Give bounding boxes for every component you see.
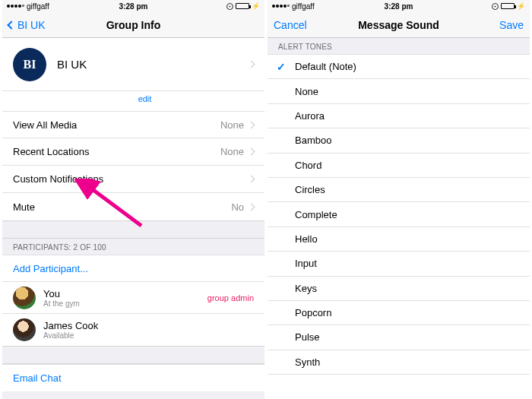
cancel-label: Cancel [274,19,307,31]
section-gap [2,220,264,239]
row-value: No [231,201,244,213]
participant-status: At the gym [43,299,80,308]
tone-row[interactable]: Input [268,252,530,276]
participant-row[interactable]: James Cook Available [2,314,264,346]
participant-avatar [13,287,36,309]
participant-row[interactable]: You At the gym group admin [2,282,264,314]
battery-icon [236,3,249,9]
group-profile-row[interactable]: BI BI UK [2,38,264,91]
tone-row[interactable]: Circles [268,178,530,202]
section-gap [2,346,264,364]
tone-row[interactable]: Synth [268,350,530,375]
checkmark-icon: ✓ [277,61,286,73]
status-time: 3:28 pm [268,2,530,11]
back-label: BI UK [17,19,46,31]
device-message-sound: giffgaff 3:28 pm ⨀ ⚡ Cancel Message Soun… [268,0,530,399]
participant-text: You At the gym [43,288,80,308]
group-name: BI UK [57,58,87,71]
row-mute[interactable]: Mute No [2,193,264,220]
tone-label: Bamboo [295,135,331,146]
tone-row[interactable]: Bamboo [268,128,530,153]
tone-row[interactable]: None [268,79,530,103]
tone-label: Complete [295,209,337,220]
row-recent-locations[interactable]: Recent Locations None [2,138,264,166]
content-scroll[interactable]: BI BI UK edit View All Media None Recent… [2,38,264,399]
tone-label: Hello [295,233,318,245]
tone-label: Input [295,258,317,269]
group-avatar[interactable]: BI [13,48,46,81]
row-label: Mute [13,201,35,213]
tone-label: Popcorn [295,307,331,318]
tone-row[interactable]: Chord [268,154,530,178]
tone-label: Circles [295,184,325,195]
chevron-right-icon [248,203,255,211]
tone-label: Aurora [295,110,325,122]
row-label: View All Media [13,119,77,131]
add-participant-label: Add Participant... [13,263,88,274]
status-bar: giffgaff 3:28 pm ⨀ ⚡ [2,0,264,12]
tone-label: Keys [295,283,317,294]
status-time: 3:28 pm [2,2,264,11]
tone-row[interactable]: Pulse [268,325,530,350]
tone-list-scroll[interactable]: Alert Tones ✓Default (Note)NoneAuroraBam… [268,38,530,399]
navbar: Cancel Message Sound Save [268,12,530,38]
row-value: None [220,146,244,157]
navbar: BI UK Group Info [2,12,264,38]
edit-link[interactable]: edit [2,91,264,111]
participant-avatar [13,318,36,341]
chevron-right-icon [248,121,255,128]
add-participant-button[interactable]: Add Participant... [2,255,264,282]
chevron-left-icon [7,21,15,29]
tone-label: Chord [295,160,321,171]
chevron-right-icon [248,176,255,183]
tone-label: Default (Note) [295,61,356,72]
email-chat-label: Email Chat [13,372,62,384]
tone-row[interactable]: Keys [268,277,530,301]
tone-label: Pulse [295,331,320,343]
row-custom-notifications[interactable]: Custom Notifications [2,166,264,193]
device-group-info: giffgaff 3:28 pm ⨀ ⚡ BI UK Group Info BI… [2,0,264,399]
participants-header: Participants: 2 of 100 [2,239,264,255]
participant-status: Available [43,331,98,340]
nav-title: Message Sound [268,19,530,31]
alert-tones-header: Alert Tones [268,38,530,55]
cancel-button[interactable]: Cancel [274,19,307,31]
tone-row[interactable]: Aurora [268,104,530,128]
participant-text: James Cook Available [43,320,98,340]
participant-name: James Cook [43,320,98,331]
tone-row[interactable]: Complete [268,202,530,226]
row-label: Recent Locations [13,146,89,157]
save-button[interactable]: Save [499,19,524,31]
save-label: Save [499,19,524,31]
row-view-all-media[interactable]: View All Media None [2,111,264,138]
row-value: None [220,119,244,131]
participant-name: You [43,288,80,299]
admin-badge: group admin [207,293,254,302]
chevron-right-icon [248,148,255,156]
tone-row[interactable]: Popcorn [268,301,530,325]
tone-label: Synth [295,356,320,368]
battery-icon [501,3,515,9]
email-chat-button[interactable]: Email Chat [2,364,264,391]
status-bar: giffgaff 3:28 pm ⨀ ⚡ [268,0,530,12]
tone-row[interactable]: Hello [268,227,530,252]
row-label: Custom Notifications [13,173,103,185]
tone-row[interactable]: ✓Default (Note) [268,55,530,79]
tone-label: None [295,86,318,97]
chevron-right-icon [248,61,255,68]
back-button[interactable]: BI UK [8,19,46,31]
